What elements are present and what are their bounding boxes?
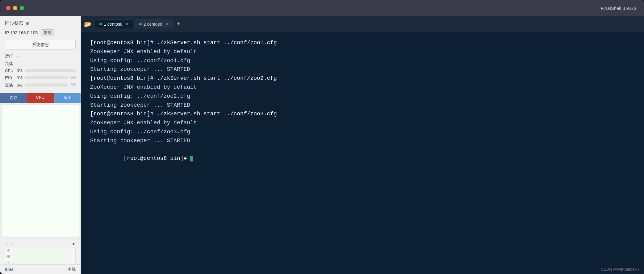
folder-icon[interactable]: 📂 [84, 20, 92, 28]
tab-1[interactable]: 1 centos8 ✕ [95, 19, 133, 28]
titlebar: FinalShell 3.9.6.2 [0, 0, 644, 16]
terminal-line-6: ZooKeeper JMX enabled by default [90, 83, 635, 92]
tab-cmd[interactable]: 命令 [54, 93, 81, 103]
tab-2[interactable]: 2 centos8 ✕ [135, 19, 173, 28]
load-label: 负载 [5, 61, 14, 66]
net-label-6b: 6B [6, 255, 10, 259]
run-stat-row: 运行 – [5, 54, 76, 59]
load-value: – [17, 62, 19, 66]
terminal[interactable]: [root@centos8 bin]# ./zkServer.sh start … [81, 32, 644, 274]
terminal-line-11: Using config: ../conf/zoo3.cfg [90, 127, 635, 136]
latency-row: 0ms 本机 [0, 264, 81, 274]
swap-value: 0% [17, 83, 23, 88]
main-layout: 同步状态 IP 192.168.0.105 复制 系统信息 运行 – 负载 – [0, 16, 644, 274]
load-stat-row: 负载 – [5, 61, 76, 66]
net-chart-labels: 9B 6B 3B [6, 249, 10, 263]
tab-memory[interactable]: 内存 [0, 93, 27, 103]
mem-fraction: 0/0 [70, 75, 76, 80]
terminal-line-8: Starting zookeeper ... STARTED [90, 101, 635, 110]
network-chart: 9B 6B 3B [5, 248, 76, 263]
add-tab-button[interactable]: + [174, 20, 183, 28]
sync-status-label: 同步状态 [5, 20, 23, 26]
terminal-line-1: [root@centos8 bin]# ./zkServer.sh start … [90, 38, 635, 47]
net-row: ↑ ↓ ▼ [5, 241, 76, 246]
sync-dot [26, 22, 29, 25]
sidebar: 同步状态 IP 192.168.0.105 复制 系统信息 运行 – 负载 – [0, 16, 81, 274]
monitor-tabs: 内存 CPU 命令 [0, 93, 81, 103]
ip-label: IP 192.168.0.105 [5, 30, 38, 35]
window-controls [6, 6, 24, 10]
tab-1-dot [99, 23, 102, 25]
right-panel: 📂 1 centos8 ✕ 2 centos8 ✕ + [root@centos… [81, 16, 644, 274]
tab-1-close[interactable]: ✕ [126, 22, 129, 26]
terminal-line-7: Using config: ../conf/zoo2.cfg [90, 92, 635, 101]
run-label: 运行 [5, 54, 14, 59]
network-stats: ↑ ↓ ▼ 9B 6B 3B [0, 238, 81, 264]
mem-bar [25, 76, 68, 79]
terminal-prompt-line: [root@centos8 bin]# [90, 145, 635, 172]
swap-label: 交换 [5, 82, 14, 88]
terminal-line-3: Using config: ../conf/zoo1.cfg [90, 56, 635, 65]
tab-2-dot [139, 23, 142, 25]
cpu-value: 0% [17, 68, 23, 73]
terminal-line-2: ZooKeeper JMX enabled by default [90, 47, 635, 56]
latency-host: 本机 [68, 267, 76, 272]
mem-value: 0% [17, 75, 23, 80]
maximize-button[interactable] [20, 6, 24, 10]
stats-section: 运行 – 负载 – CPU 0% 内存 [0, 54, 81, 90]
run-value: – [17, 54, 19, 59]
upload-arrow-icon: ↑ [5, 241, 7, 246]
cursor [190, 156, 193, 161]
tab-cpu[interactable]: CPU [27, 93, 54, 103]
tab-2-close[interactable]: ✕ [165, 22, 168, 26]
mem-stat-row: 内存 0% 0/0 [5, 75, 76, 80]
ip-row: IP 192.168.0.105 复制 [0, 29, 81, 39]
net-label-9b: 9B [6, 249, 10, 252]
terminal-line-9: [root@centos8 bin]# ./zkServer.sh start … [90, 109, 635, 118]
terminal-line-12: Starting zookeeper ... STARTED [90, 136, 635, 145]
app-window: FinalShell 3.9.6.2 同步状态 IP 192.168.0.105… [0, 0, 644, 274]
app-title: FinalShell 3.9.6.2 [601, 6, 637, 11]
watermark: CSDN @PandaMan~ [601, 267, 639, 272]
terminal-line-10: ZooKeeper JMX enabled by default [90, 118, 635, 127]
sys-info-button[interactable]: 系统信息 [5, 40, 76, 50]
close-button[interactable] [6, 6, 10, 10]
cpu-stat-row: CPU 0% [5, 68, 76, 73]
tab-1-label: 1 centos8 [104, 22, 123, 27]
swap-stat-row: 交换 0% 0/0 [5, 82, 76, 88]
latency-value: 0ms [5, 267, 14, 272]
cpu-bar [25, 69, 76, 72]
net-label-3b: 3B [6, 262, 10, 263]
terminal-line-5: [root@centos8 bin]# ./zkServer.sh start … [90, 74, 635, 83]
swap-bar [25, 83, 68, 87]
tab-2-label: 2 centos8 [144, 22, 162, 27]
sidebar-header: 同步状态 [0, 16, 81, 29]
monitor-chart [1, 104, 79, 237]
terminal-line-4: Starting zookeeper ... STARTED [90, 65, 635, 74]
copy-button[interactable]: 复制 [41, 29, 54, 36]
swap-fraction: 0/0 [70, 83, 76, 87]
expand-arrow-icon[interactable]: ▼ [71, 241, 76, 246]
download-arrow-icon: ↓ [10, 241, 12, 246]
cpu-label: CPU [5, 68, 14, 73]
minimize-button[interactable] [13, 6, 17, 10]
mem-label: 内存 [5, 75, 14, 80]
tab-bar: 📂 1 centos8 ✕ 2 centos8 ✕ + [81, 16, 644, 32]
